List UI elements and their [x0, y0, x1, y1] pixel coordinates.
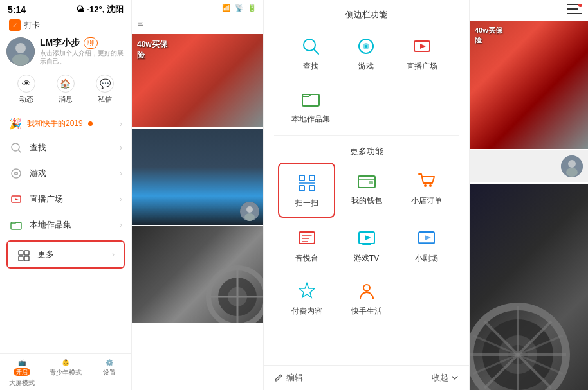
gametv-label: 游戏TV	[354, 253, 379, 264]
bigscreen-label: 大屏模式	[9, 378, 35, 387]
feed2-panel: 40w买保险	[470, 0, 588, 390]
feature-local[interactable]: 本地作品集	[283, 80, 338, 132]
dynamic-icon: 👁	[17, 75, 35, 93]
edit-label: 编辑	[286, 372, 303, 384]
svg-rect-38	[309, 186, 315, 191]
hamburger-icon[interactable]	[567, 4, 582, 17]
quick-message[interactable]: 🏠 消息	[46, 75, 85, 104]
quick-icons: 👁 动态 🏠 消息 💬 私信	[0, 69, 131, 109]
edit-button[interactable]: 编辑	[274, 372, 303, 384]
feed-image-1[interactable]: 40w买保险	[132, 34, 263, 127]
sidebar-panel: 5:14 🌤 -12°, 沈阳 ✓ 打卡 LM李小步 聊 点击添加个人介绍，更好…	[0, 0, 132, 390]
feature-wallet[interactable]: 我的钱包	[336, 161, 396, 219]
live-label: 直播广场	[30, 193, 113, 205]
feature-music[interactable]: 音悦台	[277, 219, 336, 272]
special-menu-item[interactable]: 🎉 我和快手的2019 ›	[0, 112, 131, 135]
feed-status: 📶 📡 🔋	[132, 0, 263, 16]
battery-icon: 🔋	[248, 4, 257, 12]
svg-point-58	[566, 168, 578, 177]
quick-dm[interactable]: 💬 私信	[86, 75, 125, 104]
feature-search[interactable]: 查找	[283, 27, 338, 80]
sign-in-icon: ✓	[9, 19, 21, 31]
wifi-icon: 📡	[235, 4, 244, 12]
feature-theater[interactable]: 小剧场	[396, 219, 456, 272]
sidebar-features-title: 侧边栏功能	[264, 0, 469, 27]
user-info: LM李小步 聊 点击添加个人介绍，更好的展示自己。	[40, 37, 125, 66]
feed2-overlay-1: 40w买保险	[475, 26, 502, 45]
gametv-icon	[355, 227, 378, 250]
special-icon: 🎉	[9, 118, 22, 130]
feed2-header	[470, 0, 588, 21]
collapse-label: 收起	[432, 372, 448, 384]
bigscreen-badge: 开启	[14, 368, 30, 377]
menu-more[interactable]: 更多 ›	[6, 240, 125, 269]
settings-btn[interactable]: ⚙️ 设置	[87, 359, 131, 387]
svg-line-27	[314, 49, 318, 54]
signal-icon: 📶	[222, 4, 231, 12]
menu-game[interactable]: 游戏 ›	[0, 161, 131, 186]
settings-label: 设置	[103, 368, 116, 377]
sign-in-label[interactable]: 打卡	[24, 20, 40, 31]
feature-gametv[interactable]: 游戏TV	[336, 219, 396, 272]
weather-widget: 🌤 -12°, 沈阳	[76, 4, 124, 15]
svg-rect-14	[24, 256, 29, 261]
bottom-bar: 📺 开启 大屏模式 👶 青少年模式 ⚙️ 设置	[0, 353, 131, 390]
more-icon	[17, 247, 31, 261]
svg-rect-46	[362, 244, 371, 245]
menu-local[interactable]: 本地作品集 ›	[0, 212, 131, 238]
feature-search-label: 查找	[303, 61, 318, 72]
menu-icon[interactable]	[132, 16, 150, 34]
svg-marker-45	[365, 235, 371, 240]
feed2-between	[470, 150, 588, 182]
svg-point-57	[568, 160, 576, 168]
feature-game-label: 游戏	[358, 61, 374, 72]
paid-label: 付费内容	[291, 306, 322, 317]
live-icon	[9, 192, 23, 206]
avatar[interactable]	[6, 37, 35, 66]
feature-live[interactable]: 直播广场	[394, 27, 450, 80]
feed-image-2[interactable]	[132, 129, 263, 225]
search-icon	[9, 141, 23, 155]
teen-btn[interactable]: 👶 青少年模式	[44, 359, 87, 387]
feature-cart[interactable]: 小店订单	[396, 161, 456, 219]
menu-search[interactable]: 查找 ›	[0, 135, 131, 161]
cart-icon	[415, 169, 438, 192]
feed-images: 40w买保险	[132, 34, 263, 390]
svg-rect-40	[369, 181, 373, 184]
status-bar: 5:14 🌤 -12°, 沈阳	[0, 0, 131, 18]
teen-label: 青少年模式	[50, 368, 82, 377]
feature-life[interactable]: 快手生活	[336, 272, 396, 324]
feature-live-label: 直播广场	[407, 61, 437, 72]
wallet-icon	[355, 169, 378, 192]
sidebar-features-grid: 查找 游戏 直播广场	[264, 27, 469, 132]
game-label: 游戏	[30, 168, 113, 179]
collapse-button[interactable]: 收起	[432, 372, 459, 384]
music-label: 音悦台	[295, 253, 318, 264]
more-arrow: ›	[112, 250, 115, 259]
svg-point-30	[365, 45, 367, 48]
feed-avatar-2	[240, 202, 259, 221]
feed-image-3[interactable]	[132, 226, 263, 323]
user-bio: 点击添加个人介绍，更好的展示自己。	[40, 49, 125, 66]
teen-icon: 👶	[62, 359, 69, 366]
folder-icon	[9, 218, 23, 232]
feature-scan[interactable]: 扫一扫	[278, 163, 335, 218]
chat-button[interactable]: 聊	[84, 37, 98, 49]
music-icon	[295, 227, 318, 250]
svg-point-1	[15, 43, 26, 53]
feed2-image-3[interactable]	[470, 184, 588, 390]
feature-game[interactable]: 游戏	[338, 27, 394, 80]
svg-rect-34	[299, 175, 304, 181]
feed2-image-1[interactable]: 40w买保险	[470, 21, 588, 149]
bigscreen-btn[interactable]: 📺 开启 大屏模式	[0, 359, 44, 387]
more-features-grid: 扫一扫 我的钱包 小店订单	[264, 161, 469, 324]
quick-dynamic[interactable]: 👁 动态	[6, 75, 46, 104]
svg-point-2	[12, 54, 29, 66]
feature-local-icon	[299, 87, 322, 111]
menu-live[interactable]: 直播广场 ›	[0, 186, 131, 212]
paid-icon	[295, 279, 318, 303]
dm-label: 私信	[98, 94, 112, 104]
wallet-label: 我的钱包	[351, 195, 382, 206]
more-panel: 侧边栏功能 查找 游戏	[264, 0, 470, 390]
feature-paid[interactable]: 付费内容	[277, 272, 336, 324]
